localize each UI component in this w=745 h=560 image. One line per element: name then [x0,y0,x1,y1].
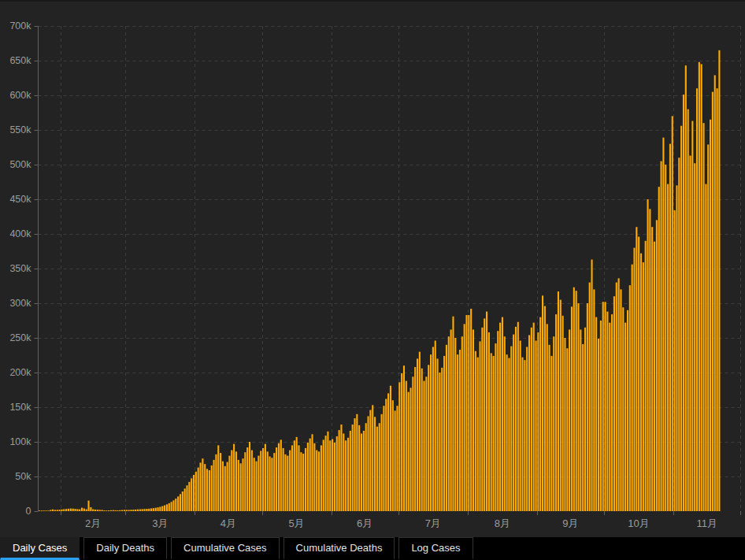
bar[interactable] [146,509,147,511]
bar[interactable] [573,287,575,511]
bar[interactable] [465,315,467,511]
bar[interactable] [191,478,192,511]
bar[interactable] [580,329,581,511]
bar[interactable] [126,510,128,511]
bar[interactable] [220,453,221,511]
bar[interactable] [398,382,400,511]
bar[interactable] [137,510,139,511]
bar[interactable] [718,50,720,511]
bar[interactable] [113,510,114,511]
bar[interactable] [150,508,152,511]
bar[interactable] [627,310,628,511]
bar[interactable] [61,510,62,511]
bar[interactable] [412,376,413,511]
bar[interactable] [392,400,394,511]
bar[interactable] [283,448,284,511]
bar[interactable] [521,358,523,511]
bar[interactable] [316,451,317,511]
bar[interactable] [667,184,669,511]
bar[interactable] [372,405,373,511]
bar[interactable] [177,496,179,511]
bar[interactable] [508,358,510,511]
bar[interactable] [209,470,210,511]
bar[interactable] [705,184,706,511]
bar[interactable] [517,322,519,511]
bar[interactable] [437,358,439,511]
bar[interactable] [542,295,543,511]
bar[interactable] [479,341,480,511]
bar[interactable] [674,210,676,511]
bar[interactable] [475,351,476,511]
bar[interactable] [493,356,495,511]
bar[interactable] [172,500,174,511]
bar[interactable] [215,454,217,511]
bar[interactable] [153,508,154,511]
bar[interactable] [473,329,474,511]
bar[interactable] [86,510,87,511]
bar[interactable] [199,462,201,511]
bar[interactable] [544,306,546,511]
bar[interactable] [161,506,163,511]
bar[interactable] [311,434,313,511]
bar[interactable] [497,331,499,511]
bar[interactable] [417,358,418,511]
bar[interactable] [211,465,213,511]
bar[interactable] [515,327,517,511]
bar[interactable] [228,456,230,511]
bar[interactable] [356,414,358,511]
bar[interactable] [443,356,445,511]
bar[interactable] [643,262,644,511]
bar[interactable] [553,336,554,511]
bar[interactable] [307,443,309,511]
bar[interactable] [238,460,239,511]
bar[interactable] [645,241,647,511]
bar[interactable] [710,120,711,511]
bar[interactable] [647,199,648,511]
bar[interactable] [539,317,541,511]
bar[interactable] [491,353,492,511]
bar[interactable] [419,352,421,511]
bar[interactable] [454,338,456,511]
bar[interactable] [571,306,573,511]
bar[interactable] [533,323,535,511]
bar[interactable] [186,485,187,511]
bar[interactable] [81,508,83,511]
bar[interactable] [376,427,378,511]
bar[interactable] [486,312,487,511]
bar[interactable] [688,109,689,511]
bar[interactable] [632,265,633,511]
bar[interactable] [694,163,695,511]
bar[interactable] [457,354,458,511]
bar[interactable] [204,464,206,511]
bar[interactable] [340,425,342,511]
bar[interactable] [361,433,362,511]
bar[interactable] [329,440,331,511]
bar[interactable] [488,332,490,511]
bar[interactable] [537,332,539,511]
bar[interactable] [251,451,253,511]
bar[interactable] [262,448,264,511]
bar[interactable] [227,462,228,511]
bar[interactable] [255,462,257,511]
bar[interactable] [325,436,327,511]
bar[interactable] [369,410,371,511]
bar[interactable] [110,510,112,511]
bar[interactable] [291,445,293,511]
bar[interactable] [676,185,677,511]
bar[interactable] [535,341,536,511]
bar[interactable] [502,317,503,511]
bar[interactable] [95,510,96,511]
bar[interactable] [468,315,469,511]
bar[interactable] [689,156,691,511]
bar[interactable] [321,445,322,511]
bar[interactable] [495,343,496,511]
bar[interactable] [52,510,54,511]
bar[interactable] [135,510,136,511]
bar[interactable] [155,508,157,511]
bar[interactable] [287,456,288,511]
bar[interactable] [524,360,525,511]
bar[interactable] [59,510,61,511]
bar[interactable] [246,447,248,511]
bar[interactable] [327,432,328,511]
bar[interactable] [620,289,621,511]
